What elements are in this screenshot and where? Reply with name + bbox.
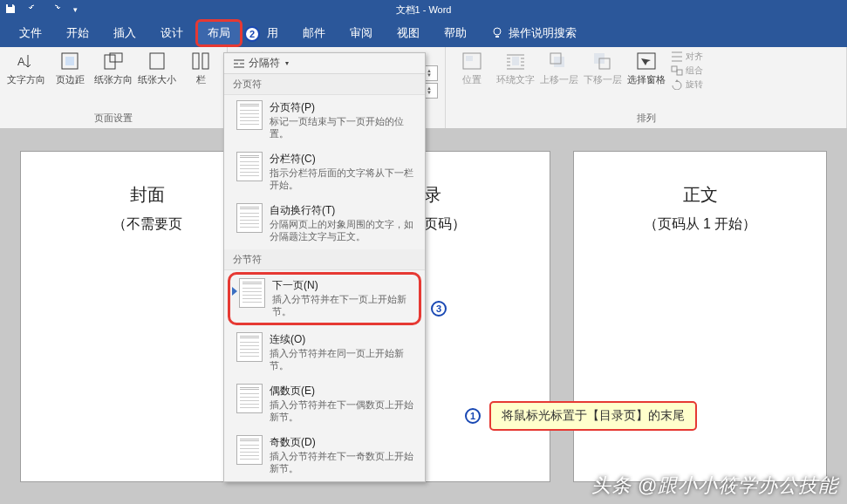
continuous-title: 连续(O) [270,332,418,347]
document-title: 文档1 - Word [396,3,452,17]
redo-icon[interactable] [51,3,61,16]
send-backward-button[interactable]: 下移一层 [584,51,622,86]
tab-design[interactable]: 设计 [148,19,195,47]
backward-label: 下移一层 [584,73,622,86]
section-page-breaks: 分页符 [224,74,425,95]
even-page-title: 偶数页(E) [270,384,418,398]
tab-file[interactable]: 文件 [7,19,54,47]
page-break-icon [236,100,263,130]
svg-rect-9 [202,53,208,69]
size-button[interactable]: 纸张大小 [138,51,176,86]
svg-rect-19 [677,70,682,75]
page3-title: 正文 [588,183,812,207]
save-icon[interactable] [5,3,16,16]
column-break-title: 分栏符(C) [270,152,418,167]
watermark: 头条 @跟小小筱学办公技能 [591,473,838,499]
undo-icon[interactable] [28,3,38,16]
text-wrap-break-icon [236,203,263,233]
align-button[interactable]: 对齐 [671,51,703,63]
titlebar: ▾ 文档1 - Word [0,0,847,19]
group-page-setup-label: 页面设置 [7,112,220,126]
page-3[interactable]: 正文 （页码从 1 开始） [574,152,826,481]
margins-button[interactable]: 页边距 [51,51,89,86]
tab-layout[interactable]: 布局 [195,19,242,47]
qat-more-icon[interactable]: ▾ [73,5,78,14]
orientation-label: 纸张方向 [94,73,133,86]
ribbon-tabs: 文件 开始 插入 设计 布局 2 用 邮件 审阅 视图 帮助 操作说明搜索 [0,19,847,47]
tab-insert[interactable]: 插入 [101,19,148,47]
group-obj-label: 组合 [686,65,703,77]
marker-1: 1 [465,408,481,424]
text-wrap-desc: 分隔网页上的对象周围的文字，如分隔题注文字与正文。 [270,218,418,242]
size-label: 纸张大小 [138,73,176,86]
svg-rect-18 [672,66,677,72]
tab-help[interactable]: 帮助 [432,19,479,47]
even-page-desc: 插入分节符并在下一偶数页上开始新节。 [270,398,418,423]
tab-home[interactable]: 开始 [54,19,101,47]
bulb-icon [491,27,503,39]
odd-page-title: 奇数页(D) [270,435,418,450]
odd-page-desc: 插入分节符并在下一奇数页上开始新节。 [270,450,418,474]
margins-label: 页边距 [56,73,85,86]
forward-label: 上移一层 [540,73,578,86]
svg-rect-4 [65,57,74,65]
selection-indicator-icon [232,287,237,296]
text-direction-button[interactable]: A文字方向 [7,51,45,86]
continuous-desc: 插入分节符并在同一页上开始新节。 [270,347,418,371]
svg-rect-13 [554,57,564,67]
marker-3: 3 [431,301,447,317]
tab-review[interactable]: 审阅 [338,19,385,47]
tellme-label: 操作说明搜索 [509,25,577,41]
quick-access-toolbar: ▾ [5,3,78,16]
selpane-label: 选择窗格 [627,73,666,86]
column-break-icon [236,152,263,181]
align-icon [671,51,683,62]
column-break-desc: 指示分栏符后面的文字将从下一栏开始。 [270,167,418,191]
group-page-setup: A文字方向 页边距 纸张方向 纸张大小 栏 页面设置 [0,47,228,128]
selection-pane-button[interactable]: 选择窗格 [627,51,666,86]
text-wrap-break-item[interactable]: 自动换行符(T)分隔网页上的对象周围的文字，如分隔题注文字与正文。 [224,198,425,249]
position-button[interactable]: 位置 [453,51,491,86]
even-page-icon [236,384,263,413]
continuous-break-item[interactable]: 连续(O)插入分节符并在同一页上开始新节。 [224,327,425,378]
text-wrap-title: 自动换行符(T) [270,203,418,218]
columns-label: 栏 [196,73,206,86]
group-arrange: 位置 环绕文字 上移一层 下移一层 选择窗格 对齐 组合 旋转 排列 [446,47,847,128]
group-arrange-label: 排列 [453,112,839,126]
wrap-text-button[interactable]: 环绕文字 [496,51,535,86]
tab-mailings[interactable]: 邮件 [290,19,338,47]
even-page-break-item[interactable]: 偶数页(E)插入分节符并在下一偶数页上开始新节。 [224,378,425,430]
tellme-search[interactable]: 操作说明搜索 [479,19,589,47]
group-icon [671,65,683,76]
svg-text:A: A [17,55,25,68]
continuous-icon [236,332,263,362]
instruction-callout: 1 将鼠标光标置于【目录页】的末尾 [465,401,697,431]
orientation-button[interactable]: 纸张方向 [94,51,133,86]
align-label: 对齐 [686,51,703,63]
bring-forward-button[interactable]: 上移一层 [540,51,578,86]
group-button[interactable]: 组合 [671,65,703,77]
svg-rect-0 [8,4,12,7]
columns-button[interactable]: 栏 [181,51,220,86]
odd-page-break-item[interactable]: 奇数页(D)插入分节符并在下一奇数页上开始新节。 [224,430,425,481]
breaks-button[interactable]: 分隔符▾ [224,53,425,74]
svg-point-1 [494,28,501,35]
svg-rect-7 [150,53,164,69]
position-label: 位置 [462,73,482,86]
page3-sub: （页码从 1 开始） [588,215,812,234]
next-page-desc: 插入分节符并在下一页上开始新节。 [272,293,413,317]
rotate-button[interactable]: 旋转 [671,78,703,91]
text-direction-label: 文字方向 [7,73,45,86]
breaks-dropdown: 分隔符▾ 分页符 分页符(P)标记一页结束与下一页开始的位置。 分栏符(C)指示… [223,52,426,482]
svg-rect-11 [466,56,473,61]
next-page-break-item[interactable]: 下一页(N)插入分节符并在下一页上开始新节。 [228,272,421,325]
callout-text: 将鼠标光标置于【目录页】的末尾 [489,401,697,431]
page-break-item[interactable]: 分页符(P)标记一页结束与下一页开始的位置。 [224,95,425,146]
breaks-label: 分隔符 [249,56,280,71]
svg-rect-12 [512,57,519,65]
tab-view[interactable]: 视图 [385,19,432,47]
wrap-label: 环绕文字 [496,73,535,86]
svg-rect-8 [193,53,199,69]
column-break-item[interactable]: 分栏符(C)指示分栏符后面的文字将从下一栏开始。 [224,146,425,198]
tab-references[interactable]: 用 [255,19,290,47]
